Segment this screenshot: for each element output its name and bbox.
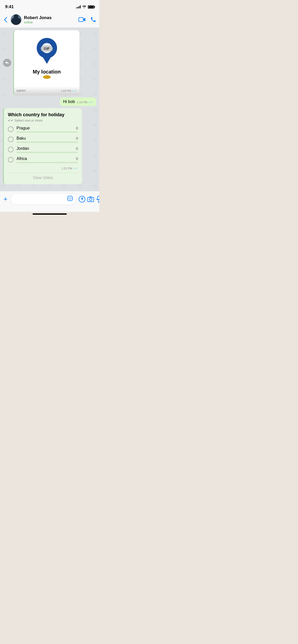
svg-text:₹: ₹ (81, 197, 83, 201)
poll-title: Which country for holiday (8, 112, 78, 118)
microphone-button[interactable] (96, 195, 99, 203)
poll-option-count-1: 0 (76, 126, 78, 130)
gif-badge-label: GIF (41, 46, 53, 52)
poll-option-4[interactable]: Africa 0 (8, 156, 78, 163)
poll-option-2[interactable]: Baku 0 (8, 136, 78, 143)
poll-option-label-4: Africa (17, 156, 27, 161)
home-indicator (33, 213, 67, 215)
poll-check-marks: ✓✓ (73, 167, 78, 170)
poll-radio-1[interactable] (8, 126, 13, 132)
wifi-icon (82, 5, 86, 9)
svg-rect-1 (68, 196, 72, 201)
status-time: 9:41 (5, 4, 14, 9)
gif-bubble: GIF My location GIPHY 1:03 PM ✓✓ (13, 30, 79, 95)
payment-button[interactable]: ₹ (79, 195, 85, 203)
poll-subtitle: ✔✔ Select one or more (8, 119, 78, 122)
svg-point-7 (89, 198, 92, 201)
poll-option-1[interactable]: Prague 0 (8, 126, 78, 133)
contact-status: online (24, 20, 76, 24)
reply-button[interactable] (3, 59, 11, 67)
gif-message-time: 1:03 PM ✓✓ (61, 89, 77, 93)
status-icons (76, 5, 94, 9)
poll-message: Which country for holiday ✔✔ Select one … (3, 108, 82, 184)
back-button[interactable] (3, 16, 8, 23)
gif-footer: GIPHY 1:03 PM ✓✓ (14, 86, 79, 95)
status-bar: 9:41 (0, 0, 99, 12)
svg-point-3 (71, 198, 71, 198)
poll-option-count-3: 0 (76, 147, 78, 151)
outgoing-bubble: Hi bob 1:10 PM ✓✓ (60, 97, 96, 106)
contact-name: Robert Jonas (24, 15, 76, 20)
add-button[interactable]: + (3, 194, 8, 204)
poll-option-content-1: Prague 0 (17, 126, 78, 133)
poll-bar-bg-4 (17, 162, 78, 163)
gif-content: GIF My location (14, 30, 79, 86)
outgoing-text: Hi bob (63, 99, 75, 104)
poll-option-count-4: 0 (76, 157, 78, 161)
gif-location-text: My location (33, 69, 61, 75)
input-bar: + ₹ (0, 191, 99, 212)
giphy-label: GIPHY (17, 89, 26, 92)
camera-button[interactable] (87, 195, 94, 203)
poll-option-content-4: Africa 0 (17, 156, 78, 163)
contact-info[interactable]: Robert Jonas online (24, 15, 76, 24)
chat-header: Robert Jonas online (0, 12, 99, 28)
header-actions (78, 17, 96, 23)
poll-radio-3[interactable] (8, 147, 13, 152)
outgoing-time: 1:10 PM ✓✓ (77, 100, 93, 104)
poll-option-label-2: Baku (17, 136, 26, 141)
gif-location-visual: GIF (35, 38, 58, 66)
poll-option-content-2: Baku 0 (17, 136, 78, 143)
view-votes-button[interactable]: View Votes (8, 173, 78, 180)
chat-area: GIF My location GIPHY 1:03 PM ✓✓ Hi bob … (0, 28, 99, 191)
poll-bar-bg-2 (17, 142, 78, 143)
sticker-button[interactable] (67, 196, 73, 202)
poll-bar-bg-1 (17, 131, 78, 133)
double-check-icon: ✓✓ (72, 89, 77, 93)
svg-point-2 (69, 198, 70, 198)
signal-icon (76, 5, 81, 8)
avatar[interactable] (11, 14, 21, 25)
gif-message: GIF My location GIPHY 1:03 PM ✓✓ (3, 30, 79, 95)
phone-call-button[interactable] (90, 17, 96, 23)
poll-option-content-3: Jordan 0 (17, 146, 78, 153)
outgoing-message: Hi bob 1:10 PM ✓✓ (3, 97, 96, 106)
poll-option-3[interactable]: Jordan 0 (8, 146, 78, 153)
poll-footer: 1:31 PM ✓✓ (8, 167, 78, 170)
svg-rect-8 (98, 196, 99, 200)
poll-bar-bg-3 (17, 152, 78, 153)
video-call-button[interactable] (78, 17, 86, 22)
poll-option-label-1: Prague (17, 126, 30, 130)
message-input[interactable] (14, 197, 65, 201)
poll-option-label-3: Jordan (17, 146, 29, 151)
poll-radio-2[interactable] (8, 137, 13, 142)
outgoing-check-icon: ✓✓ (88, 100, 93, 104)
battery-icon (88, 5, 94, 9)
poll-radio-4[interactable] (8, 157, 13, 163)
poll-option-count-2: 0 (76, 136, 78, 140)
text-input-wrap (10, 193, 77, 205)
poll-time: 1:31 PM ✓✓ (62, 167, 78, 170)
poll-check-icon: ✔✔ (8, 119, 13, 122)
svg-rect-0 (79, 18, 83, 22)
